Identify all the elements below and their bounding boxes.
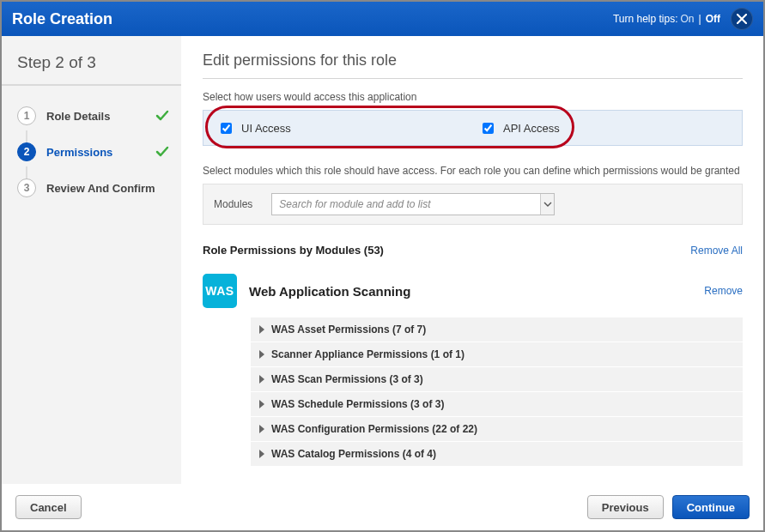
expand-icon [259,400,264,408]
module-header: WAS Web Application Scanning Remove [203,269,743,317]
expand-icon [259,450,264,458]
expand-icon [259,350,264,359]
permission-group-label: WAS Catalog Permissions (4 of 4) [271,448,436,460]
permissions-scroll-area[interactable]: WAS Web Application Scanning Remove WAS … [203,269,743,484]
role-permissions-header: Role Permissions by Modules (53) Remove … [203,244,743,257]
permission-group-label: WAS Configuration Permissions (22 of 22) [271,423,477,435]
ui-access-checkbox[interactable] [221,123,232,134]
ui-access-label: UI Access [241,122,291,135]
role-creation-dialog: Role Creation Turn help tips: On | Off S… [0,0,765,532]
modules-placeholder: Search for module and add to list [279,198,430,210]
close-button[interactable] [731,8,753,30]
step-number: 1 [17,106,36,125]
permission-group-row[interactable]: WAS Catalog Permissions (4 of 4) [251,441,743,466]
permission-group-label: WAS Asset Permissions (7 of 7) [271,323,426,336]
checkmark-icon [155,109,169,123]
checkmark-icon [155,145,169,159]
api-access-cell: API Access [465,111,574,145]
permission-group-row[interactable]: WAS Configuration Permissions (22 of 22) [251,416,743,441]
remove-all-link[interactable]: Remove All [690,245,743,257]
help-tips-off[interactable]: Off [706,13,720,25]
role-permissions-title: Role Permissions by Modules (53) [203,244,384,257]
module-icon: WAS [203,274,237,308]
permission-group-row[interactable]: Scanner Appliance Permissions (1 of 1) [251,342,743,366]
permission-group-row[interactable]: WAS Asset Permissions (7 of 7) [251,317,743,342]
step-number: 2 [17,142,36,161]
api-access-checkbox[interactable] [483,123,494,134]
divider [203,78,743,79]
step-number: 3 [17,178,36,197]
expand-icon [259,425,264,433]
modules-prompt: Select modules which this role should ha… [203,165,743,177]
module-block-was: WAS Web Application Scanning Remove WAS … [203,269,743,466]
access-prompt: Select how users would access this appli… [203,91,743,103]
ui-access-cell: UI Access [203,111,465,145]
step-label: Role Details [46,110,155,123]
modules-combobox[interactable]: Search for module and add to list [271,193,555,215]
help-tips-label: Turn help tips: [613,13,678,25]
modules-bar: Modules Search for module and add to lis… [203,184,743,225]
wizard-step-header: Step 2 of 3 [2,53,181,86]
main-panel: Edit permissions for this role Select ho… [182,36,763,484]
dialog-body: Step 2 of 3 1 Role Details 2 Permissions… [2,36,763,484]
modules-label: Modules [214,198,252,210]
dialog-header: Role Creation Turn help tips: On | Off [2,2,763,36]
previous-button[interactable]: Previous [587,495,664,519]
wizard-step-permissions[interactable]: 2 Permissions [2,134,181,170]
wizard-sidebar: Step 2 of 3 1 Role Details 2 Permissions… [2,36,182,484]
help-tips-on[interactable]: On [681,13,695,25]
footer-right-buttons: Previous Continue [587,495,750,519]
access-box: UI Access API Access [203,110,743,146]
wizard-step-review-confirm[interactable]: 3 Review And Confirm [2,170,181,206]
module-name: Web Application Scanning [249,284,692,299]
permission-group-list: WAS Asset Permissions (7 of 7) Scanner A… [251,317,743,466]
permission-group-row[interactable]: WAS Schedule Permissions (3 of 3) [251,391,743,416]
step-label: Permissions [46,146,155,159]
remove-module-link[interactable]: Remove [704,285,743,297]
permission-group-label: WAS Schedule Permissions (3 of 3) [271,398,444,410]
chevron-down-icon [540,194,554,215]
api-access-label: API Access [503,122,560,135]
help-tips-separator: | [697,13,703,25]
help-tips-toggle: Turn help tips: On | Off [613,13,720,25]
cancel-button[interactable]: Cancel [15,495,82,519]
dialog-title: Role Creation [12,10,613,28]
permission-group-label: Scanner Appliance Permissions (1 of 1) [271,348,464,360]
close-icon [737,14,747,24]
wizard-step-role-details[interactable]: 1 Role Details [2,98,181,134]
permission-group-label: WAS Scan Permissions (3 of 3) [271,373,423,385]
step-label: Review And Confirm [46,182,169,195]
continue-button[interactable]: Continue [672,495,750,519]
permission-group-row[interactable]: WAS Scan Permissions (3 of 3) [251,366,743,391]
page-title: Edit permissions for this role [203,51,743,70]
expand-icon [259,325,264,334]
dialog-footer: Cancel Previous Continue [2,484,763,530]
expand-icon [259,375,264,384]
